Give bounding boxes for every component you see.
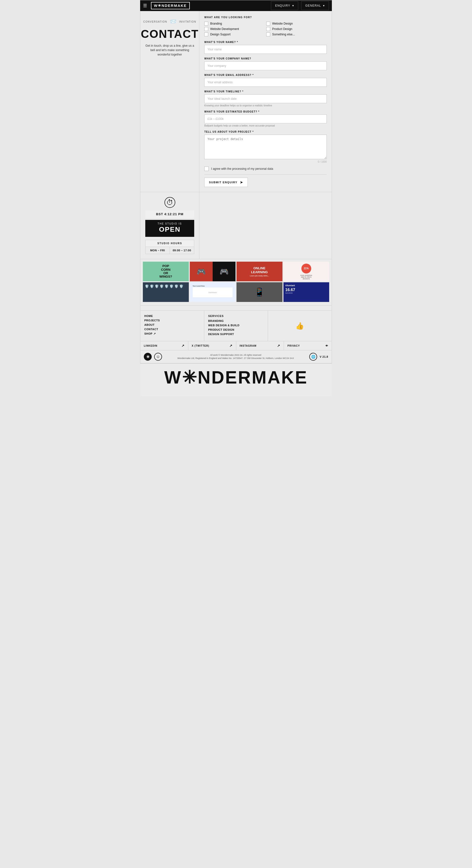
timeline-label: WHAT'S YOUR TIMELINE? * [204,90,327,93]
footer-col-main: HOME PROJECTS ABOUT CONTACT SHOP ↗ [140,311,204,341]
phone-icon: 📱 [254,287,265,297]
footer-projects[interactable]: PROJECTS [144,319,200,322]
checkbox-something-else-input[interactable] [266,32,270,36]
submit-button[interactable]: SUBMIT ENQUIRY ➤ [204,178,248,187]
checkbox-product-design-input[interactable] [266,27,270,31]
instagram-label: INSTAGRAM [240,344,257,347]
clock-icon: ⏱ [165,197,175,208]
budget-label: WHAT'S YOUR ESTIMATED BUDGET? * [204,110,327,113]
footer-nav: HOME PROJECTS ABOUT CONTACT SHOP ↗ SERVI… [140,311,332,341]
gallery-item-shields[interactable]: 🛡️ 🛡️ 🛡️ 🛡️ 🛡️ 🛡️ 🛡️ 🛡️ [143,282,189,302]
studio-open-banner: THE STUDIO IS OPEN [145,220,194,237]
contact-tagline: Get in touch, drop us a line, give us a … [145,43,194,57]
checkbox-product-design[interactable]: Product Design [266,27,327,31]
budget-input[interactable] [204,115,327,123]
general-dropdown[interactable]: GENERAL ▾ [301,1,329,10]
gallery-row-2: 🛡️ 🛡️ 🛡️ 🛡️ 🛡️ 🛡️ 🛡️ 🛡️ Your Loved Ones [143,282,329,302]
contact-section: CONVERSATION 📨 INVITATION CONTACT Get in… [140,11,332,192]
timeline-hint: Knowing your deadline helps us to organi… [204,104,327,107]
gallery-item-popcorn[interactable]: POPCORNORWINGS? [143,262,189,281]
footer-col-services: SERVICES BRANDING WEB DESIGN & BUILD PRO… [204,311,268,341]
contact-form: WHAT ARE YOU LOOKING FOR? Branding Websi… [199,11,332,192]
gamepad-right-icon: 🎮 [219,267,229,276]
submit-label: SUBMIT ENQUIRY [209,181,237,184]
company-input[interactable] [204,61,327,70]
studio-open-label: THE STUDIO IS [145,222,194,225]
big-logo: W✳NDERMAKE [140,364,332,396]
studio-hours-table: STUDIO HOURS MON – FRI 09:00 – 17:00 [145,240,194,254]
conversation-label: CONVERSATION [143,21,167,23]
email-label: WHAT'S YOUR EMAIL ADDRESS? * [204,74,327,76]
consent-label: I agree with the processing of my person… [211,167,273,170]
studio-hours-header: STUDIO HOURS [146,240,194,247]
name-label: WHAT'S YOUR NAME? * [204,41,327,43]
checkbox-design-support-input[interactable] [204,32,208,36]
footer-spacer [140,306,332,311]
footer-about[interactable]: ABOUT [144,323,200,326]
company-label: WHAT'S YOUR COMPANY NAME? [204,57,327,60]
checkbox-branding[interactable]: Branding [204,22,265,26]
gallery-item-online-learning[interactable]: ONLINELEARNING Learn job-ready skills... [236,262,283,281]
percent-badge: 21% [301,264,311,274]
consent-checkbox[interactable] [204,166,209,171]
footer-col-thumbs: 👍 [268,311,332,341]
globe-button[interactable]: 🌐 [309,353,317,361]
footer-contact[interactable]: CONTACT [144,328,200,331]
hamburger-menu[interactable]: ☰ [143,3,147,8]
gallery-item-phone[interactable]: 📱 [236,282,283,302]
company-group: WHAT'S YOUR COMPANY NAME? [204,57,327,70]
checkbox-website-dev[interactable]: Website Development [204,27,265,31]
footer-web-design[interactable]: WEB DESIGN & BUILD [208,324,264,327]
studio-open-text: OPEN [145,225,194,234]
contact-intro: CONVERSATION 📨 INVITATION [143,19,196,25]
checkbox-design-support[interactable]: Design Support [204,32,265,36]
linkedin-label: LINKEDIN [144,344,157,347]
studio-left-panel: ⏱ BST 4:12:21 PM THE STUDIO IS OPEN STUD… [140,192,199,259]
footer-product-design[interactable]: PRODUCT DESIGN [208,328,264,331]
project-group: TELL US ABOUT YOUR PROJECT * 0 / 1000 [204,130,327,163]
footer-branding[interactable]: BRANDING [208,319,264,322]
footer-design-support[interactable]: DESIGN SUPPORT [208,333,264,336]
asterisk-button[interactable]: ✳ [144,353,152,361]
instagram-arrow-icon: ↗ [277,344,280,348]
twitter-label: X (TWITTER) [192,344,209,347]
gallery-item-gamepad[interactable]: 🎮 🎮 [190,262,236,281]
footer-privacy[interactable]: PRIVACY 👁 [284,341,332,350]
checkbox-website-design[interactable]: Website Design [266,22,327,26]
enquiry-dropdown[interactable]: ENQUIRY ▾ [271,1,298,10]
consent-row[interactable]: I agree with the processing of my person… [204,166,327,171]
footer-twitter[interactable]: X (TWITTER) ↗ [188,341,236,350]
checkbox-website-dev-input[interactable] [204,27,208,31]
service-checkboxes: Branding Website Design Website Developm… [204,22,327,36]
checkbox-website-design-input[interactable] [266,22,270,26]
gallery-section: POPCORNORWINGS? 🎮 🎮 ONLINELEARNING [140,259,332,306]
thumbs-up-icon[interactable]: 👍 [295,322,304,330]
timeline-input[interactable] [204,94,327,103]
footer-linkedin[interactable]: LINKEDIN ↗ [140,341,188,350]
smiley-button[interactable]: ☺ [154,353,162,361]
footer-shop[interactable]: SHOP ↗ [144,332,200,335]
invitation-label: INVITATION [179,21,197,23]
contact-title: CONTACT [141,27,199,40]
checkbox-branding-input[interactable] [204,22,208,26]
footer-copyright: All work © Wondermake 2022-24. All right… [165,353,307,360]
footer-instagram[interactable]: INSTAGRAM ↗ [236,341,284,350]
submit-arrow-icon: ➤ [240,180,243,184]
gallery-item-olumiant[interactable]: Olumiant 16.67 baricitinib [284,282,329,302]
gallery-item-dots[interactable]: 21% more predictivedata to informdecisio… [284,262,329,281]
logo[interactable]: W✳NDERMAKE [151,2,190,9]
timeline-group: WHAT'S YOUR TIMELINE? * Knowing your dea… [204,90,327,107]
studio-hours-days: MON – FRI [146,247,170,254]
studio-hours-time: 09:00 – 17:00 [170,247,194,254]
project-textarea[interactable] [204,135,327,159]
footer-section: HOME PROJECTS ABOUT CONTACT SHOP ↗ SERVI… [140,311,332,364]
privacy-eye-icon: 👁 [325,344,328,347]
gallery-item-dashboard[interactable]: Your Loved Ones Dashboard [190,282,236,302]
budget-hint: Ballpark budgets help us create a better… [204,124,327,127]
checkbox-something-else[interactable]: Something else... [266,32,327,36]
footer-home[interactable]: HOME [144,314,200,317]
studio-section: ⏱ BST 4:12:21 PM THE STUDIO IS OPEN STUD… [140,192,332,259]
name-input[interactable] [204,45,327,54]
privacy-label: PRIVACY [287,344,300,347]
email-input[interactable] [204,78,327,87]
